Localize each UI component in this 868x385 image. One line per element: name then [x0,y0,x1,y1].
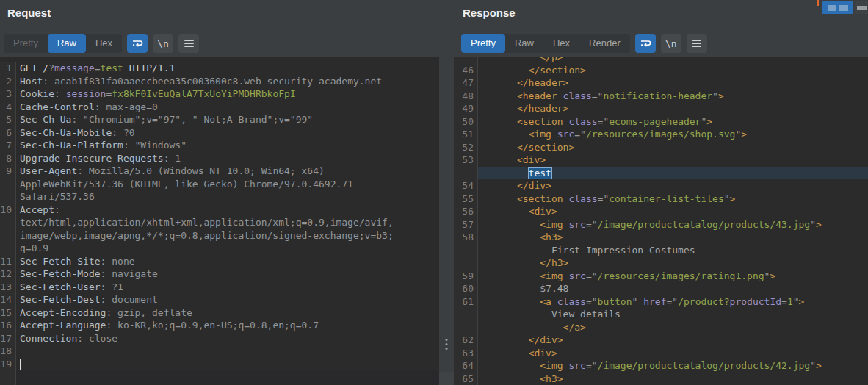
line-number [454,244,478,257]
tab-request-hex[interactable]: Hex [86,34,122,53]
line-number [0,190,16,204]
line-number [454,57,478,64]
code-line: 63 <div> [454,347,868,360]
code-line: image/webp,image/apng,*/*;q=0.8,applicat… [0,229,439,242]
code-line: 11Sec-Fetch-Site: none [0,255,439,268]
hamburger-menu-icon [184,40,194,47]
code-line: 56 <div> [454,205,868,218]
line-number [454,167,478,180]
response-tabgroup: Pretty Raw Hex Render [461,34,630,53]
line-number: 49 [454,102,478,115]
line-number: 61 [454,295,478,309]
code-line: 61 <a class="button" href="/product?prod… [454,295,868,309]
code-line: 4Cache-Control: max-age=0 [0,101,439,114]
request-menu-button[interactable] [178,34,199,53]
tab-response-render[interactable]: Render [579,34,630,53]
code-line: 8Upgrade-Insecure-Requests: 1 [0,152,439,165]
code-line: 51 <img src="/resources/images/shop.svg"… [454,128,868,141]
line-number: 13 [0,281,16,294]
line-number [454,256,478,270]
line-number: 12 [0,267,16,281]
code-line: 60 $7.48 [454,282,868,295]
code-line: 5Sec-Ch-Ua: "Chromium";v="97", " Not;A B… [0,113,439,126]
line-number: 54 [454,179,478,192]
orange-indicator-tick [817,0,819,6]
line-number: 11 [0,255,16,268]
line-number: 15 [0,306,16,320]
line-number: 59 [454,270,478,283]
code-line: 13Sec-Fetch-User: ?1 [0,281,439,294]
line-number: 9 [0,165,16,178]
code-line: 18 [0,345,439,358]
tab-response-hex[interactable]: Hex [543,34,579,53]
code-line: 19 [0,358,439,371]
line-number [0,242,16,255]
code-line: 62 </div> [454,334,868,347]
code-line: 46 </section> [454,64,868,77]
code-line: 55 <section class="container-list-tiles"… [454,192,868,206]
newline-icon: \n [665,38,677,49]
newline-toggle-button-response[interactable]: \n [661,34,681,53]
code-line: View details [454,308,868,321]
code-line: test [454,167,868,180]
line-number [0,216,16,229]
line-number [454,308,478,321]
code-line: 54 </div> [454,179,868,192]
code-line: 50 <section class="ecoms-pageheader"> [454,115,868,129]
tab-request-raw[interactable]: Raw [48,34,86,53]
line-number: 50 [454,115,478,129]
code-line: 7Sec-Ch-Ua-Platform: "Windows" [0,139,439,152]
line-number: 55 [454,192,478,206]
response-toolbar: Pretty Raw Hex Render \n [461,34,707,53]
line-number [0,178,16,191]
word-wrap-icon [640,39,651,48]
line-number: 57 [454,218,478,231]
wrap-toggle-icon[interactable] [127,34,148,53]
code-line: 47 </header> [454,76,868,90]
line-number: 1 [0,62,16,75]
code-line: </a> [454,321,868,334]
code-line: text/html,application/xhtml+xml,applicat… [0,216,439,229]
line-number: 62 [454,334,478,347]
request-editor[interactable]: 1GET /?message=test HTTP/1.12Host: acab1… [0,57,439,385]
splitter-bottom-corner [439,372,454,385]
code-line: 17Connection: close [0,332,439,345]
code-line: </h3> [454,256,868,270]
code-line: 3Cookie: session=fx8kF0IvEuQalA7TxUoYiPM… [0,87,439,101]
response-editor[interactable]: </p>46 </section>47 </header>48 <header … [454,57,868,385]
line-number: 60 [454,282,478,295]
line-number: 48 [454,90,478,103]
request-toolbar: Pretty Raw Hex \n [4,34,199,53]
tab-response-pretty[interactable]: Pretty [461,34,505,53]
newline-toggle-button[interactable]: \n [153,34,173,53]
layout-rows-button[interactable] [855,1,868,14]
line-number: 16 [0,319,16,332]
line-number: 51 [454,128,478,141]
code-line: 65 <h3> [454,373,868,385]
code-line: 48 <header class="notification-header"> [454,90,868,103]
code-line: 15Accept-Encoding: gzip, deflate [0,306,439,320]
tab-request-pretty[interactable]: Pretty [4,34,48,53]
code-line: 16Accept-Language: ko-KR,ko;q=0.9,en-US;… [0,319,439,332]
newline-icon: \n [157,38,169,49]
tab-response-raw[interactable]: Raw [505,34,543,53]
code-line: 1GET /?message=test HTTP/1.1 [0,62,439,75]
code-line: AppleWebKit/537.36 (KHTML, like Gecko) C… [0,178,439,191]
panel-splitter[interactable] [439,0,454,385]
line-number: 19 [0,358,16,371]
line-number: 56 [454,205,478,218]
line-number: 46 [454,64,478,77]
splitter-drag-handle-icon[interactable] [446,339,448,350]
wrap-toggle-button-response[interactable] [635,34,656,53]
response-menu-button[interactable] [687,34,707,53]
code-line: 6Sec-Ch-Ua-Mobile: ?0 [0,126,439,140]
line-number: 18 [0,345,16,358]
line-number: 2 [0,75,16,88]
response-panel-title: Response [463,7,516,19]
word-wrap-icon [131,39,143,48]
layout-columns-button[interactable] [822,1,853,14]
line-number: 7 [0,139,16,152]
line-number: 6 [0,126,16,140]
code-line: First Impression Costumes [454,244,868,257]
line-number [0,229,16,242]
